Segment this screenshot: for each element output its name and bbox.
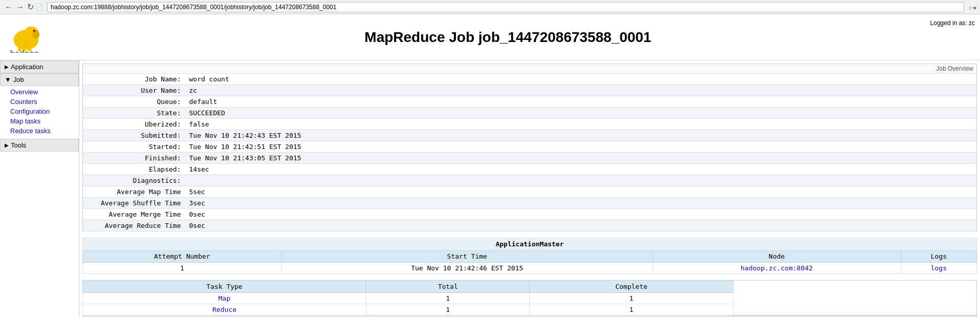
task-header-total: Total [366,281,529,293]
sidebar-link-map-tasks[interactable]: Map tasks [8,116,79,126]
label-avg-reduce-time: Average Reduce Time [83,220,185,231]
job-overview-table: Job Overview Job Name: word count User N… [82,64,977,231]
task-reduce-complete: 1 [530,304,733,315]
am-start-time: Tue Nov 10 21:42:46 EST 2015 [281,263,652,274]
refresh-button[interactable]: ↻ [26,2,35,12]
forward-button[interactable]: → [14,3,26,12]
svg-point-3 [33,30,35,32]
label-diagnostics: Diagnostics: [83,175,185,186]
am-node-link[interactable]: hadoop.zc.com:8042 [741,264,813,272]
value-queue: default [185,96,977,108]
sidebar-link-reduce-tasks[interactable]: Reduce tasks [8,126,79,136]
label-elapsed: Elapsed: [83,164,185,175]
attempt-header-failed: Failed [366,315,529,318]
value-elapsed: 14sec [185,164,977,175]
am-header-start-time: Start Time [281,250,652,263]
sidebar-link-overview[interactable]: Overview [8,87,79,97]
am-logs: logs [901,263,976,274]
am-attempt-number: 1 [83,263,282,274]
task-reduce-type: Reduce [83,304,366,315]
label-avg-merge-time: Average Merge Time [83,209,185,220]
label-avg-map-time: Average Map Time [83,186,185,198]
value-avg-map-time: 5sec [185,186,977,198]
job-arrow-icon: ▼ [5,76,11,83]
application-label: Application [11,63,43,71]
application-master-table: ApplicationMaster Attempt Number Start T… [82,238,977,274]
am-header-logs: Logs [901,250,976,263]
value-diagnostics [185,175,977,186]
value-state: SUCCEEDED [185,108,977,119]
value-submitted: Tue Nov 10 21:42:43 EST 2015 [185,130,977,141]
page-icon: 📄 [35,4,43,11]
am-logs-link[interactable]: logs [931,264,947,272]
label-started: Started: [83,141,185,153]
url-bar[interactable] [47,2,964,12]
sidebar-job-links: Overview Counters Configuration Map task… [0,86,79,137]
back-button[interactable]: ← [3,3,14,12]
login-status: Logged in as: zc [930,19,975,27]
am-node: hadoop.zc.com:8042 [652,263,901,274]
browser-icons: ☆★ [968,3,977,11]
info-row-started: Started: Tue Nov 10 21:42:51 EST 2015 [83,141,977,153]
info-row-avg-shuffle-time: Average Shuffle Time 3sec [83,198,977,209]
value-user-name: zc [185,85,977,96]
job-label: Job [13,76,24,83]
browser-topbar: ← → ↻ 📄 ☆★ [0,0,980,14]
task-header-row: Task Type Total Complete [83,281,977,293]
page-title: MapReduce Job job_1447208673588_0001 [44,29,972,46]
sidebar-job-section[interactable]: ▼ Job [0,73,79,86]
am-section-title-row: ApplicationMaster [83,238,977,250]
label-avg-shuffle-time: Average Shuffle Time [83,198,185,209]
am-data-row: 1 Tue Nov 10 21:42:46 EST 2015 hadoop.zc… [83,263,977,274]
sidebar-link-configuration[interactable]: Configuration [8,107,79,116]
info-row-submitted: Submitted: Tue Nov 10 21:42:43 EST 2015 [83,130,977,141]
main-content: Job Overview Job Name: word count User N… [79,60,980,317]
label-finished: Finished: [83,153,185,164]
page-header: hadoop MapReduce Job job_1447208673588_0… [0,14,980,60]
label-user-name: User Name: [83,85,185,96]
task-reduce-link[interactable]: Reduce [212,306,236,313]
label-job-name: Job Name: [83,74,185,85]
tools-arrow-icon: ▶ [5,142,9,148]
label-state: State: [83,108,185,119]
attempt-header-killed: Killed [530,315,733,318]
label-uberized: Uberized: [83,119,185,130]
sidebar-tools-section[interactable]: ▶ Tools [0,139,79,152]
svg-text:hadoop: hadoop [10,49,39,53]
sidebar: ▶ Application ▼ Job Overview Counters Co… [0,60,79,317]
task-row-reduce: Reduce 1 1 [83,304,977,315]
am-header-attempt: Attempt Number [83,250,282,263]
tools-label: Tools [11,141,26,149]
label-queue: Queue: [83,96,185,108]
info-row-avg-map-time: Average Map Time 5sec [83,186,977,198]
sidebar-link-counters[interactable]: Counters [8,97,79,107]
task-row-map: Map 1 1 [83,293,977,304]
value-avg-reduce-time: 0sec [185,220,977,231]
value-uberized: false [185,119,977,130]
attempt-header-row: Attempt Type Failed Killed Successful [83,315,977,318]
info-row-user-name: User Name: zc [83,85,977,96]
sidebar-application-section[interactable]: ▶ Application [0,60,79,73]
task-map-link[interactable]: Map [219,294,230,302]
attempt-header-successful: Successful [733,315,977,318]
info-row-job-name: Job Name: word count [83,74,977,85]
info-row-finished: Finished: Tue Nov 10 21:43:05 EST 2015 [83,153,977,164]
am-header-row: Attempt Number Start Time Node Logs [83,250,977,263]
hadoop-logo-svg: hadoop [8,22,44,53]
info-row-avg-reduce-time: Average Reduce Time 0sec [83,220,977,231]
am-header-node: Node [652,250,901,263]
task-header-complete: Complete [530,281,733,293]
value-job-name: word count [185,74,977,85]
value-started: Tue Nov 10 21:42:51 EST 2015 [185,141,977,153]
value-avg-merge-time: 0sec [185,209,977,220]
attempt-header-type: Attempt Type [83,315,366,318]
task-map-total: 1 [366,293,529,304]
info-row-avg-merge-time: Average Merge Time 0sec [83,209,977,220]
main-layout: ▶ Application ▼ Job Overview Counters Co… [0,60,980,317]
am-section-title: ApplicationMaster [83,238,977,250]
label-submitted: Submitted: [83,130,185,141]
section-label-row: Job Overview [83,64,977,74]
application-arrow-icon: ▶ [5,64,9,70]
info-row-state: State: SUCCEEDED [83,108,977,119]
info-row-uberized: Uberized: false [83,119,977,130]
